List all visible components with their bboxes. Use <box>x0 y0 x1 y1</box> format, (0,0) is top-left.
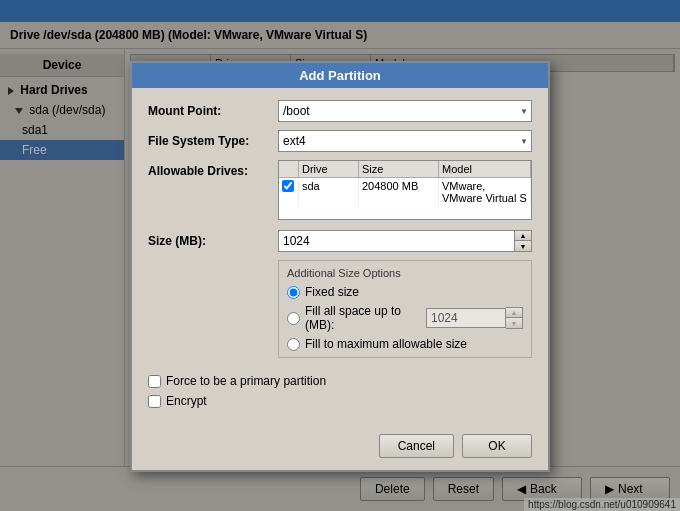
force-primary-label: Force to be a primary partition <box>166 374 326 388</box>
drives-table-row: sda 204800 MB VMware, VMware Virtual S <box>279 178 531 206</box>
size-input[interactable] <box>278 230 515 252</box>
modal-title: Add Partition <box>132 63 548 88</box>
size-decrement-button[interactable]: ▼ <box>515 241 531 251</box>
fill-up-increment[interactable]: ▲ <box>506 308 522 318</box>
top-bar <box>0 0 680 22</box>
mount-point-select[interactable]: /boot / /home /var swap <box>278 100 532 122</box>
encrypt-label: Encrypt <box>166 394 207 408</box>
drives-row-size: 204800 MB <box>359 178 439 206</box>
additional-options-box: Additional Size Options Fixed size Fill … <box>278 260 532 358</box>
mount-point-select-wrapper: /boot / /home /var swap <box>278 100 532 122</box>
fill-up-radio[interactable] <box>287 312 300 325</box>
drives-col-drive: Drive <box>299 161 359 177</box>
mount-point-row: Mount Point: /boot / /home /var swap <box>148 100 532 122</box>
filesystem-type-select[interactable]: ext4 ext3 ext2 xfs swap <box>278 130 532 152</box>
modal-footer: Cancel OK <box>132 426 548 470</box>
size-mb-label: Size (MB): <box>148 234 278 248</box>
fill-max-radio[interactable] <box>287 338 300 351</box>
size-increment-button[interactable]: ▲ <box>515 231 531 241</box>
additional-options-title: Additional Size Options <box>287 267 523 279</box>
fill-up-input[interactable] <box>426 308 506 328</box>
drives-row-check <box>279 178 299 206</box>
drives-col-model: Model <box>439 161 531 177</box>
drives-col-check <box>279 161 299 177</box>
cancel-button[interactable]: Cancel <box>379 434 454 458</box>
filesystem-type-select-wrapper: ext4 ext3 ext2 xfs swap <box>278 130 532 152</box>
size-mb-row: Size (MB): ▲ ▼ <box>148 230 532 252</box>
force-primary-row: Force to be a primary partition <box>148 374 532 388</box>
fill-up-decrement[interactable]: ▼ <box>506 318 522 328</box>
main-area: Drive /dev/sda (204800 MB) (Model: VMwar… <box>0 22 680 511</box>
ok-button[interactable]: OK <box>462 434 532 458</box>
drive-checkbox[interactable] <box>282 180 294 192</box>
size-spinner: ▲ ▼ <box>515 230 532 252</box>
allowable-drives-label: Allowable Drives: <box>148 160 278 178</box>
drives-table: Drive Size Model sda 204800 MB VMware, V… <box>278 160 532 220</box>
size-input-wrap: ▲ ▼ <box>278 230 532 252</box>
fill-up-label: Fill all space up to (MB): <box>305 304 412 332</box>
drives-row-model: VMware, VMware Virtual S <box>439 178 531 206</box>
drives-table-header: Drive Size Model <box>279 161 531 178</box>
fixed-size-label: Fixed size <box>305 285 359 299</box>
force-primary-checkbox[interactable] <box>148 375 161 388</box>
encrypt-row: Encrypt <box>148 394 532 408</box>
fillmax-row: Fill to maximum allowable size <box>287 337 523 351</box>
filesystem-type-label: File System Type: <box>148 134 278 148</box>
fill-up-spinner: ▲ ▼ <box>506 307 523 329</box>
modal-overlay: Add Partition Mount Point: /boot / /home… <box>0 22 680 511</box>
additional-options-row: Additional Size Options Fixed size Fill … <box>148 260 532 366</box>
allowable-drives-row: Allowable Drives: Drive Size Model <box>148 160 532 220</box>
fillup-row: Fill all space up to (MB): ▲ ▼ <box>287 304 523 332</box>
encrypt-checkbox[interactable] <box>148 395 161 408</box>
mount-point-label: Mount Point: <box>148 104 278 118</box>
drives-row-drive: sda <box>299 178 359 206</box>
fixed-size-radio[interactable] <box>287 286 300 299</box>
drives-col-size: Size <box>359 161 439 177</box>
fixed-size-row: Fixed size <box>287 285 523 299</box>
fill-max-label: Fill to maximum allowable size <box>305 337 467 351</box>
modal-body: Mount Point: /boot / /home /var swap Fil… <box>132 88 548 426</box>
filesystem-type-row: File System Type: ext4 ext3 ext2 xfs swa… <box>148 130 532 152</box>
add-partition-modal: Add Partition Mount Point: /boot / /home… <box>130 61 550 472</box>
fill-input-wrap: ▲ ▼ <box>426 307 523 329</box>
